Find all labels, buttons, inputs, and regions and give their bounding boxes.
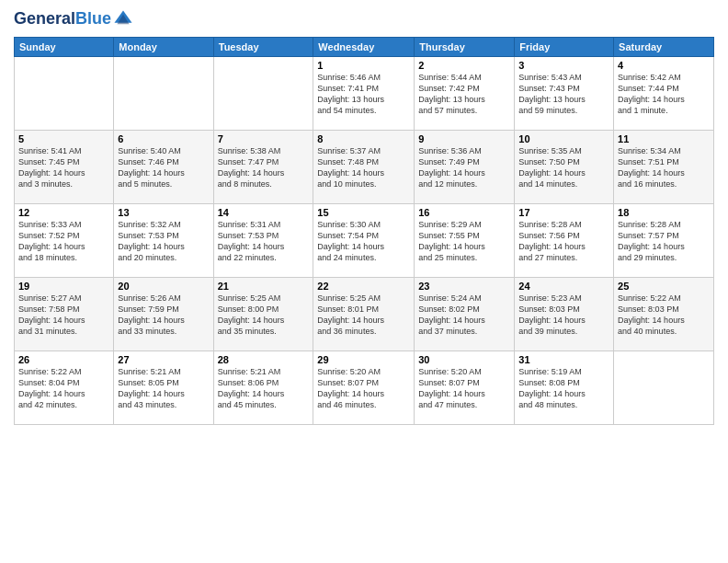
weekday-header-sunday: Sunday <box>15 38 114 57</box>
calendar-table: SundayMondayTuesdayWednesdayThursdayFrid… <box>14 37 714 425</box>
day-number: 13 <box>118 207 209 218</box>
calendar-week-row: 12Sunrise: 5:33 AM Sunset: 7:52 PM Dayli… <box>15 204 714 278</box>
day-number: 10 <box>518 133 609 144</box>
day-number: 19 <box>18 281 109 292</box>
page-header: GeneralBlue <box>14 9 714 29</box>
day-info: Sunrise: 5:22 AM Sunset: 8:03 PM Dayligh… <box>618 293 710 338</box>
day-info: Sunrise: 5:41 AM Sunset: 7:45 PM Dayligh… <box>18 145 109 190</box>
calendar-cell: 12Sunrise: 5:33 AM Sunset: 7:52 PM Dayli… <box>15 204 114 278</box>
calendar-cell: 14Sunrise: 5:31 AM Sunset: 7:53 PM Dayli… <box>213 204 313 278</box>
day-number: 27 <box>118 354 209 365</box>
logo: GeneralBlue <box>14 9 133 29</box>
calendar-cell: 7Sunrise: 5:38 AM Sunset: 7:47 PM Daylig… <box>213 131 313 204</box>
day-number: 15 <box>317 207 410 218</box>
day-info: Sunrise: 5:21 AM Sunset: 8:05 PM Dayligh… <box>118 366 209 411</box>
day-number: 1 <box>317 60 410 71</box>
day-info: Sunrise: 5:29 AM Sunset: 7:55 PM Dayligh… <box>418 219 510 264</box>
day-info: Sunrise: 5:20 AM Sunset: 8:07 PM Dayligh… <box>317 366 410 411</box>
day-info: Sunrise: 5:21 AM Sunset: 8:06 PM Dayligh… <box>218 366 310 411</box>
calendar-cell: 15Sunrise: 5:30 AM Sunset: 7:54 PM Dayli… <box>313 204 415 278</box>
calendar-week-row: 19Sunrise: 5:27 AM Sunset: 7:58 PM Dayli… <box>15 278 714 351</box>
day-number: 23 <box>418 281 510 292</box>
calendar-cell: 1Sunrise: 5:46 AM Sunset: 7:41 PM Daylig… <box>313 57 415 131</box>
weekday-header-monday: Monday <box>114 38 213 57</box>
day-info: Sunrise: 5:33 AM Sunset: 7:52 PM Dayligh… <box>18 219 109 264</box>
calendar-cell: 24Sunrise: 5:23 AM Sunset: 8:03 PM Dayli… <box>515 278 614 351</box>
day-info: Sunrise: 5:25 AM Sunset: 8:01 PM Dayligh… <box>317 293 410 338</box>
calendar-cell: 5Sunrise: 5:41 AM Sunset: 7:45 PM Daylig… <box>15 131 114 204</box>
calendar-cell: 20Sunrise: 5:26 AM Sunset: 7:59 PM Dayli… <box>114 278 213 351</box>
calendar-cell: 27Sunrise: 5:21 AM Sunset: 8:05 PM Dayli… <box>114 351 213 425</box>
day-number: 22 <box>317 281 410 292</box>
calendar-cell: 4Sunrise: 5:42 AM Sunset: 7:44 PM Daylig… <box>614 57 714 131</box>
day-info: Sunrise: 5:22 AM Sunset: 8:04 PM Dayligh… <box>18 366 109 411</box>
day-info: Sunrise: 5:28 AM Sunset: 7:57 PM Dayligh… <box>618 219 710 264</box>
day-number: 11 <box>618 133 710 144</box>
weekday-header-thursday: Thursday <box>415 38 515 57</box>
calendar-cell: 11Sunrise: 5:34 AM Sunset: 7:51 PM Dayli… <box>614 131 714 204</box>
calendar-week-row: 1Sunrise: 5:46 AM Sunset: 7:41 PM Daylig… <box>15 57 714 131</box>
day-info: Sunrise: 5:23 AM Sunset: 8:03 PM Dayligh… <box>518 293 609 338</box>
day-number: 4 <box>618 60 710 71</box>
day-number: 28 <box>218 354 310 365</box>
calendar-cell: 21Sunrise: 5:25 AM Sunset: 8:00 PM Dayli… <box>213 278 313 351</box>
day-info: Sunrise: 5:25 AM Sunset: 8:00 PM Dayligh… <box>218 293 310 338</box>
day-info: Sunrise: 5:37 AM Sunset: 7:48 PM Dayligh… <box>317 145 410 190</box>
day-info: Sunrise: 5:43 AM Sunset: 7:43 PM Dayligh… <box>518 72 609 117</box>
day-info: Sunrise: 5:30 AM Sunset: 7:54 PM Dayligh… <box>317 219 410 264</box>
calendar-cell <box>614 351 714 425</box>
calendar-cell: 6Sunrise: 5:40 AM Sunset: 7:46 PM Daylig… <box>114 131 213 204</box>
day-info: Sunrise: 5:32 AM Sunset: 7:53 PM Dayligh… <box>118 219 209 264</box>
day-info: Sunrise: 5:31 AM Sunset: 7:53 PM Dayligh… <box>218 219 310 264</box>
day-number: 24 <box>518 281 609 292</box>
day-info: Sunrise: 5:27 AM Sunset: 7:58 PM Dayligh… <box>18 293 109 338</box>
day-number: 18 <box>618 207 710 218</box>
calendar-week-row: 5Sunrise: 5:41 AM Sunset: 7:45 PM Daylig… <box>15 131 714 204</box>
day-number: 2 <box>418 60 510 71</box>
calendar-cell: 29Sunrise: 5:20 AM Sunset: 8:07 PM Dayli… <box>313 351 415 425</box>
day-info: Sunrise: 5:46 AM Sunset: 7:41 PM Dayligh… <box>317 72 410 117</box>
day-number: 7 <box>218 133 310 144</box>
calendar-cell: 10Sunrise: 5:35 AM Sunset: 7:50 PM Dayli… <box>515 131 614 204</box>
calendar-cell: 8Sunrise: 5:37 AM Sunset: 7:48 PM Daylig… <box>313 131 415 204</box>
calendar-cell <box>15 57 114 131</box>
day-number: 21 <box>218 281 310 292</box>
day-number: 29 <box>317 354 410 365</box>
calendar-cell: 31Sunrise: 5:19 AM Sunset: 8:08 PM Dayli… <box>515 351 614 425</box>
day-number: 20 <box>118 281 209 292</box>
day-number: 6 <box>118 133 209 144</box>
calendar-cell: 23Sunrise: 5:24 AM Sunset: 8:02 PM Dayli… <box>415 278 515 351</box>
day-info: Sunrise: 5:28 AM Sunset: 7:56 PM Dayligh… <box>518 219 609 264</box>
day-number: 30 <box>418 354 510 365</box>
day-number: 17 <box>518 207 609 218</box>
calendar-cell: 13Sunrise: 5:32 AM Sunset: 7:53 PM Dayli… <box>114 204 213 278</box>
calendar-cell: 22Sunrise: 5:25 AM Sunset: 8:01 PM Dayli… <box>313 278 415 351</box>
logo-icon <box>113 9 133 29</box>
day-number: 14 <box>218 207 310 218</box>
weekday-header-saturday: Saturday <box>614 38 714 57</box>
calendar-cell: 26Sunrise: 5:22 AM Sunset: 8:04 PM Dayli… <box>15 351 114 425</box>
day-number: 26 <box>18 354 109 365</box>
calendar-cell: 2Sunrise: 5:44 AM Sunset: 7:42 PM Daylig… <box>415 57 515 131</box>
day-info: Sunrise: 5:36 AM Sunset: 7:49 PM Dayligh… <box>418 145 510 190</box>
calendar-cell: 19Sunrise: 5:27 AM Sunset: 7:58 PM Dayli… <box>15 278 114 351</box>
day-info: Sunrise: 5:35 AM Sunset: 7:50 PM Dayligh… <box>518 145 609 190</box>
calendar-cell: 18Sunrise: 5:28 AM Sunset: 7:57 PM Dayli… <box>614 204 714 278</box>
day-info: Sunrise: 5:26 AM Sunset: 7:59 PM Dayligh… <box>118 293 209 338</box>
day-number: 25 <box>618 281 710 292</box>
weekday-header-friday: Friday <box>515 38 614 57</box>
calendar-cell <box>213 57 313 131</box>
day-info: Sunrise: 5:40 AM Sunset: 7:46 PM Dayligh… <box>118 145 209 190</box>
weekday-header-row: SundayMondayTuesdayWednesdayThursdayFrid… <box>15 38 714 57</box>
day-info: Sunrise: 5:38 AM Sunset: 7:47 PM Dayligh… <box>218 145 310 190</box>
day-number: 12 <box>18 207 109 218</box>
day-number: 3 <box>518 60 609 71</box>
calendar-cell: 17Sunrise: 5:28 AM Sunset: 7:56 PM Dayli… <box>515 204 614 278</box>
day-number: 5 <box>18 133 109 144</box>
day-number: 16 <box>418 207 510 218</box>
day-info: Sunrise: 5:42 AM Sunset: 7:44 PM Dayligh… <box>618 72 710 117</box>
calendar-cell: 16Sunrise: 5:29 AM Sunset: 7:55 PM Dayli… <box>415 204 515 278</box>
calendar-cell: 28Sunrise: 5:21 AM Sunset: 8:06 PM Dayli… <box>213 351 313 425</box>
weekday-header-wednesday: Wednesday <box>313 38 415 57</box>
calendar-cell: 9Sunrise: 5:36 AM Sunset: 7:49 PM Daylig… <box>415 131 515 204</box>
